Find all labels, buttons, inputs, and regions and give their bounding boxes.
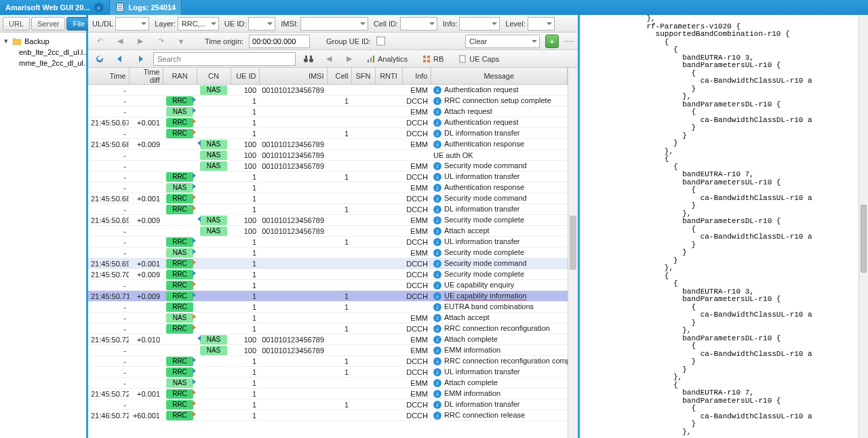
imsi-combo[interactable] <box>300 17 368 31</box>
tab-action-icon[interactable]: ‹ <box>94 3 104 12</box>
back-icon[interactable]: ◀ <box>113 35 127 48</box>
table-row[interactable]: -NAS100001010123456789EMMiEMM informatio… <box>88 345 568 356</box>
table-row[interactable]: 21:45:50.685+0.001RRC1DCCHiSecurity mode… <box>88 193 568 204</box>
analytics-button[interactable]: Analytics <box>362 52 412 66</box>
center-panel: UL/DL Layer:RRC,... UE ID: IMSI: Cell ID… <box>88 15 580 438</box>
table-row[interactable]: -NAS1EMMiAuthentication response <box>88 182 568 193</box>
tree-file[interactable]: enb_lte_2cc_dl_ul.l... <box>14 47 86 58</box>
time-origin-input[interactable] <box>249 35 310 48</box>
column-header[interactable]: RAN <box>163 68 197 85</box>
cellid-combo[interactable] <box>400 17 437 31</box>
group-ueid-label: Group UE ID: <box>326 37 371 45</box>
column-header[interactable]: Time diff <box>129 68 163 85</box>
table-row[interactable]: -NAS1EMMiAttach request <box>88 106 568 117</box>
table-row[interactable]: 21:46:50.725+60.001RRC1DCCHiRRC connecti… <box>88 410 568 421</box>
redo-icon[interactable]: ↷ <box>153 35 168 48</box>
tree-label: enb_lte_2cc_dl_ul.l... <box>19 48 86 56</box>
svg-rect-15 <box>460 56 465 62</box>
table-row[interactable]: -RRC11DCCHiDL information transfer <box>88 399 568 410</box>
refresh-icon[interactable] <box>92 52 107 66</box>
table-row[interactable]: -RRC11DCCHiUL information transfer <box>88 172 568 182</box>
table-row[interactable]: 21:45:50.684+0.009NAS100001010123456789E… <box>88 139 568 150</box>
log-table: TimeTime diffRANCNUE IDIMSICellSFNRNTIIn… <box>88 68 568 421</box>
svg-rect-12 <box>427 56 430 58</box>
table-row[interactable]: -NAS1EMMiAttach complete <box>88 378 568 389</box>
app-tab[interactable]: Amarisoft Web GUI 20... ‹ <box>0 0 110 15</box>
table-row[interactable]: 21:45:50.695+0.001RRC1DCCHiSecurity mode… <box>88 258 568 269</box>
message-decode[interactable]: }, rf-Parameters-v1020 { supportedBandCo… <box>580 15 859 438</box>
next-result-icon[interactable]: ▶ <box>342 52 357 66</box>
column-header[interactable]: UE ID <box>231 68 259 85</box>
detail-vscrollbar[interactable] <box>859 15 868 438</box>
group-ueid-checkbox[interactable] <box>376 37 385 45</box>
folder-icon <box>12 37 22 45</box>
column-header[interactable]: Cell <box>327 68 351 85</box>
table-row[interactable]: -NAS1EMMiSecurity mode complete <box>88 247 568 258</box>
nav-fwd-icon[interactable] <box>133 52 148 66</box>
table-row[interactable]: -RRC11iEUTRA band combinations <box>88 302 568 313</box>
doc-icon <box>458 55 467 63</box>
table-row[interactable]: -RRC11DCCHiRRC connection reconfiguratio… <box>88 356 568 367</box>
undo-icon[interactable]: ↶ <box>92 35 107 48</box>
table-row[interactable]: 21:45:50.713+0.009RRC11DCCHiUE capabilit… <box>88 291 568 302</box>
table-row[interactable]: -NAS1EMMiAttach accept <box>88 313 568 323</box>
column-header[interactable]: CN <box>197 68 231 85</box>
info-combo[interactable] <box>459 17 500 31</box>
column-header[interactable]: Time <box>88 68 129 85</box>
down-icon[interactable]: ▼ <box>174 35 189 48</box>
remove-button[interactable]: — <box>564 37 574 46</box>
table-row[interactable]: -RRC11DCCHiRRC connection reconfiguratio… <box>88 323 568 334</box>
svg-rect-14 <box>427 60 430 62</box>
table-row[interactable]: 21:45:50.723+0.010NAS100001010123456789E… <box>88 334 568 345</box>
column-header[interactable]: Info <box>402 68 431 85</box>
table-row[interactable]: -RRC1DCCHiUE capability enquiry <box>88 280 568 291</box>
collapse-icon[interactable]: ▾ <box>3 37 9 45</box>
server-button[interactable]: Server <box>31 17 65 31</box>
table-row[interactable]: 21:45:50.724+0.001RRC1EMMiEMM informatio… <box>88 389 568 399</box>
svg-rect-11 <box>423 56 426 58</box>
table-row[interactable]: -RRC11DCCHiDL information transfer <box>88 128 568 139</box>
url-button[interactable]: URL <box>3 17 30 31</box>
rb-button[interactable]: RB <box>418 52 448 66</box>
detail-panel: }, rf-Parameters-v1020 { supportedBandCo… <box>580 15 868 438</box>
table-row[interactable]: -NAS100001010123456789EMMiAttach accept <box>88 226 568 237</box>
file-button[interactable]: File <box>66 17 91 31</box>
table-row[interactable]: -NAS100001010123456789EMMiAuthentication… <box>88 85 568 96</box>
ueid-label: UE ID: <box>224 20 246 28</box>
chart-icon <box>367 55 375 63</box>
tree-label: Backup <box>24 37 50 45</box>
svg-rect-6 <box>305 56 307 58</box>
sidebar: URL Server File C ▾ Backup enb_lte_2cc_d… <box>0 15 88 438</box>
table-row[interactable]: -RRC11DCCHiUL information transfer <box>88 367 568 378</box>
tree-folder-backup[interactable]: ▾ Backup <box>0 35 86 47</box>
fwd-icon[interactable]: ▶ <box>133 35 148 48</box>
table-row[interactable]: 21:45:50.694+0.009NAS100001010123456789E… <box>88 215 568 226</box>
table-row[interactable]: -RRC11DCCHiDL information transfer <box>88 204 568 215</box>
table-row[interactable]: 21:45:50.704+0.009RRC1DCCHiSecurity mode… <box>88 269 568 280</box>
binoculars-icon[interactable] <box>301 52 316 66</box>
table-row[interactable]: -NAS100001010123456789EMMiSecurity mode … <box>88 161 568 172</box>
column-header[interactable]: SFN <box>351 68 375 85</box>
nav-back-icon[interactable] <box>113 52 127 66</box>
table-row[interactable]: 21:45:50.675+0.001RRC1DCCHiAuthenticatio… <box>88 117 568 128</box>
column-header[interactable]: RNTI <box>375 68 402 85</box>
column-header[interactable]: IMSI <box>259 68 327 85</box>
column-header[interactable]: Message <box>431 68 568 85</box>
search-bar: ◀ ▶ Analytics RB UE Caps <box>88 50 578 68</box>
tree-file[interactable]: mme_lte_2cc_dl_ul.... <box>14 58 86 68</box>
uecaps-button[interactable]: UE Caps <box>454 52 504 66</box>
table-row[interactable]: -RRC11DCCHiRRC connection setup complete <box>88 96 568 106</box>
add-button[interactable]: + <box>545 35 559 48</box>
svg-rect-13 <box>423 60 426 62</box>
level-combo[interactable] <box>528 17 555 31</box>
clear-combo[interactable]: Clear <box>465 35 540 48</box>
search-input[interactable] <box>153 52 296 66</box>
ueid-combo[interactable] <box>248 17 275 31</box>
logs-tab[interactable]: Logs: 254014 <box>110 0 182 15</box>
uldl-combo[interactable] <box>115 17 149 31</box>
table-row[interactable]: -NAS100001010123456789UE auth OK <box>88 150 568 161</box>
prev-result-icon[interactable]: ◀ <box>321 52 336 66</box>
layer-combo[interactable]: RRC,... <box>178 17 219 31</box>
table-vscrollbar[interactable] <box>568 68 578 438</box>
table-row[interactable]: -RRC11DCCHiUL information transfer <box>88 237 568 247</box>
